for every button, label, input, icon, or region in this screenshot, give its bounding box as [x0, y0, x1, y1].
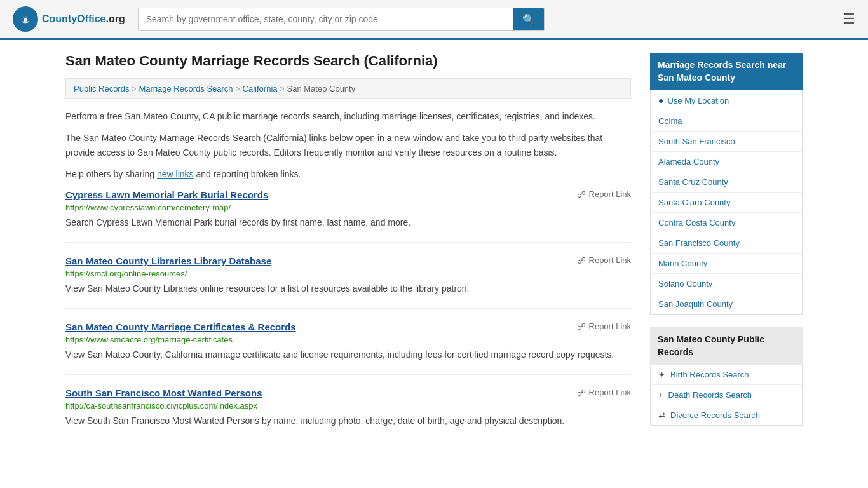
svg-point-1 [24, 18, 27, 22]
record-desc-3: View San Mateo County, California marria… [65, 348, 631, 362]
sidebar-item-santa-clara[interactable]: Santa Clara County [651, 193, 802, 213]
report-link-2[interactable]: ☍ Report Link [577, 255, 631, 266]
birth-icon: ✦ [658, 370, 665, 379]
breadcrumb-current: San Mateo County [287, 84, 356, 93]
sidebar-divorce-records[interactable]: ⇄ Divorce Records Search [651, 405, 802, 425]
sidebar-item-solano[interactable]: Solano County [651, 274, 802, 294]
sidebar-item-contra-costa[interactable]: Contra Costa County [651, 213, 802, 233]
report-link-4[interactable]: ☍ Report Link [577, 388, 631, 398]
breadcrumb-public-records[interactable]: Public Records [74, 84, 129, 93]
sidebar-public-records-section: San Mateo County Public Records ✦ Birth … [650, 327, 803, 426]
sidebar: Marriage Records Search near San Mateo C… [650, 53, 803, 453]
sf-county-link[interactable]: San Francisco County [658, 238, 740, 248]
record-item-4: South San Francisco Most Wanted Persons … [65, 388, 631, 440]
breadcrumb-sep-2: > [236, 85, 240, 93]
sidebar-item-alameda[interactable]: Alameda County [651, 152, 802, 172]
record-title-1[interactable]: Cypress Lawn Memorial Park Burial Record… [65, 189, 268, 200]
record-title-2[interactable]: San Mateo County Libraries Library Datab… [65, 255, 271, 266]
description-2: The San Mateo County Marriage Records Se… [65, 131, 631, 159]
logo-text: CountyOffice.org [42, 13, 125, 25]
record-item-2: San Mateo County Libraries Library Datab… [65, 255, 631, 309]
solano-link[interactable]: Solano County [658, 279, 712, 288]
breadcrumb: Public Records > Marriage Records Search… [65, 78, 631, 99]
sidebar-nearby-section: Marriage Records Search near San Mateo C… [650, 53, 803, 315]
report-label-2: Report Link [589, 255, 631, 265]
record-item-3: San Mateo County Marriage Certificates &… [65, 322, 631, 375]
desc3-before: Help others by sharing [65, 169, 157, 179]
logo-link[interactable]: CountyOffice.org [13, 6, 125, 32]
sidebar-item-sf-county[interactable]: San Francisco County [651, 233, 802, 254]
record-title-3[interactable]: San Mateo County Marriage Certificates &… [65, 322, 296, 332]
description-1: Perform a free San Mateo County, CA publ… [65, 109, 631, 123]
record-desc-1: Search Cypress Lawn Memorial Park burial… [65, 216, 631, 229]
report-icon-2: ☍ [577, 255, 586, 266]
alameda-link[interactable]: Alameda County [658, 157, 719, 166]
report-label-1: Report Link [589, 189, 631, 199]
logo-icon [13, 6, 38, 32]
sidebar-birth-records[interactable]: ✦ Birth Records Search [651, 365, 802, 385]
report-icon-4: ☍ [577, 388, 586, 398]
record-url-2[interactable]: https://smcl.org/online-resources/ [65, 269, 631, 278]
page-title: San Mateo County Marriage Records Search… [65, 53, 631, 69]
logo-brand: CountyOffice [42, 13, 105, 24]
description-3: Help others by sharing new links and rep… [65, 167, 631, 181]
search-button[interactable]: 🔍 [513, 8, 544, 30]
site-header: CountyOffice.org 🔍 ☰ [0, 0, 868, 40]
divorce-records-link[interactable]: Divorce Records Search [670, 410, 760, 420]
search-bar: 🔍 [138, 8, 545, 31]
santa-clara-link[interactable]: Santa Clara County [658, 198, 730, 207]
location-pin-icon: ● [658, 95, 663, 105]
sidebar-records-list: ✦ Birth Records Search + Death Records S… [650, 365, 803, 426]
report-link-3[interactable]: ☍ Report Link [577, 322, 631, 332]
menu-button[interactable]: ☰ [843, 11, 855, 27]
report-icon-3: ☍ [577, 322, 586, 332]
record-desc-4: View South San Francisco Most Wanted Per… [65, 414, 631, 428]
colma-link[interactable]: Colma [658, 116, 682, 126]
search-icon: 🔍 [522, 14, 535, 25]
sidebar-item-marin[interactable]: Marin County [651, 254, 802, 274]
search-input[interactable] [139, 8, 513, 30]
birth-records-link[interactable]: Birth Records Search [670, 370, 749, 379]
sidebar-item-san-joaquin[interactable]: San Joaquin County [651, 294, 802, 314]
hamburger-icon: ☰ [843, 11, 855, 27]
record-item-1: Cypress Lawn Memorial Park Burial Record… [65, 189, 631, 243]
records-list: Cypress Lawn Memorial Park Burial Record… [65, 189, 631, 440]
main-content: San Mateo County Marriage Records Search… [65, 53, 631, 453]
breadcrumb-marriage-records[interactable]: Marriage Records Search [139, 84, 233, 93]
report-icon-1: ☍ [577, 189, 586, 200]
death-records-link[interactable]: Death Records Search [668, 390, 752, 400]
page-container: San Mateo County Marriage Records Search… [53, 40, 815, 466]
report-link-1[interactable]: ☍ Report Link [577, 189, 631, 200]
san-joaquin-link[interactable]: San Joaquin County [658, 299, 733, 309]
sidebar-item-colma[interactable]: Colma [651, 111, 802, 132]
report-label-4: Report Link [589, 388, 631, 397]
report-label-3: Report Link [589, 322, 631, 331]
breadcrumb-sep-3: > [280, 85, 285, 93]
santa-cruz-link[interactable]: Santa Cruz County [658, 177, 728, 187]
record-url-4[interactable]: http://ca-southsanfrancisco.civicplus.co… [65, 401, 631, 410]
record-desc-2: View San Mateo County Libraries online r… [65, 282, 631, 295]
record-url-3[interactable]: https://www.smcacre.org/marriage-certifi… [65, 335, 631, 344]
logo-suffix: .org [105, 13, 125, 24]
sidebar-item-south-sf[interactable]: South San Francisco [651, 132, 802, 152]
record-url-1[interactable]: https://www.cypresslawn.com/cemetery-map… [65, 203, 631, 212]
contra-costa-link[interactable]: Contra Costa County [658, 218, 735, 227]
breadcrumb-sep-1: > [132, 85, 136, 93]
sidebar-use-my-location[interactable]: ● Use My Location [651, 90, 802, 111]
new-links-link[interactable]: new links [157, 169, 194, 179]
death-icon: + [658, 390, 663, 400]
use-my-location-link[interactable]: Use My Location [667, 96, 729, 105]
desc3-after: and reporting broken links. [194, 169, 301, 179]
breadcrumb-california[interactable]: California [243, 84, 278, 93]
sidebar-nearby-list: ● Use My Location Colma South San Franci… [650, 90, 803, 315]
marin-link[interactable]: Marin County [658, 259, 707, 268]
sidebar-nearby-title: Marriage Records Search near San Mateo C… [650, 53, 803, 90]
sidebar-public-records-title: San Mateo County Public Records [650, 327, 803, 365]
sidebar-death-records[interactable]: + Death Records Search [651, 385, 802, 405]
record-title-4[interactable]: South San Francisco Most Wanted Persons [65, 388, 262, 398]
sidebar-item-santa-cruz[interactable]: Santa Cruz County [651, 172, 802, 193]
south-sf-link[interactable]: South San Francisco [658, 137, 735, 146]
divorce-icon: ⇄ [658, 410, 665, 420]
